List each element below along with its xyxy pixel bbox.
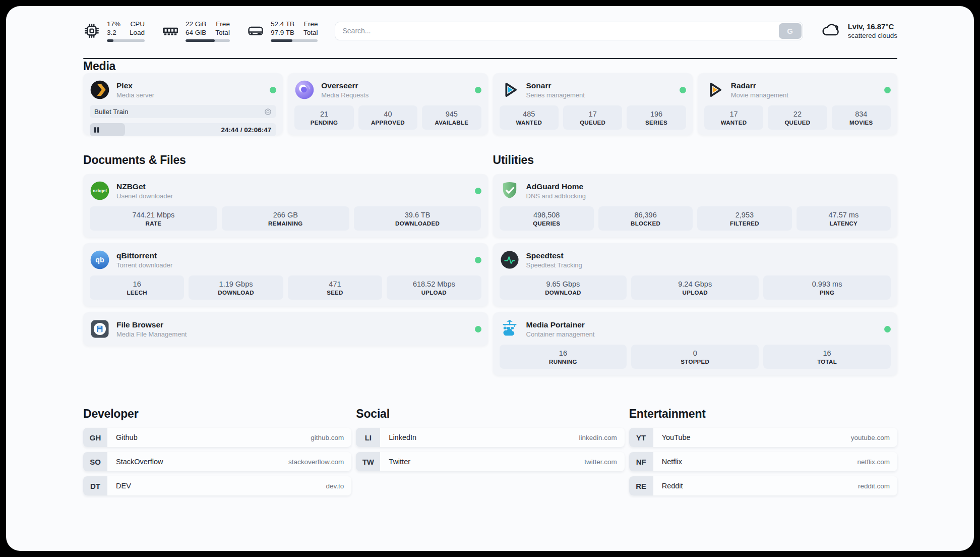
stat-box: 16 LEECH	[90, 275, 184, 300]
app-card-nzbget[interactable]: nzbget NZBGet Usenet downloader 744.21 M…	[83, 174, 488, 237]
stat-box: 945 AVAILABLE	[422, 105, 481, 130]
portainer-icon	[500, 319, 520, 339]
app-card-file-browser[interactable]: File Browser Media File Management	[83, 312, 488, 346]
section-title-utilities: Utilities	[493, 153, 898, 167]
bookmark-badge: YT	[629, 428, 653, 447]
bookmark-url: youtube.com	[851, 434, 890, 441]
section-title-developer: Developer	[83, 407, 351, 421]
stat-box: 9.65 Gbps DOWNLOAD	[500, 275, 627, 300]
bookmark-dev[interactable]: DT DEV dev.to	[83, 476, 351, 495]
app-card-plex[interactable]: Plex Media server Bullet Train 24	[83, 73, 283, 135]
search-box: G	[335, 22, 803, 40]
app-subtitle: Speedtest Tracking	[526, 261, 582, 269]
bookmark-name: Reddit	[662, 482, 683, 490]
app-card-qbittorrent[interactable]: qb qBittorrent Torrent downloader 16 LEE…	[83, 243, 488, 306]
app-name: Radarr	[731, 81, 788, 90]
app-subtitle: Container management	[526, 330, 595, 339]
stat-box: 834 MOVIES	[832, 105, 891, 130]
cpu-load-label: Load	[130, 28, 145, 37]
bookmark-name: YouTube	[662, 433, 691, 441]
stat-box: 16 TOTAL	[763, 345, 891, 369]
playback-progress-bar[interactable]: 24:44 / 02:06:47	[90, 123, 276, 136]
memory-total: 64 GiB	[186, 28, 206, 37]
cloud-icon	[820, 19, 841, 42]
stat-box: 618.52 Mbps UPLOAD	[387, 275, 481, 300]
app-name: File Browser	[116, 320, 187, 329]
memory-widget: 22 GiB 64 GiB Free Total	[162, 20, 230, 42]
bookmark-reddit[interactable]: RE Reddit reddit.com	[629, 476, 897, 495]
memory-free: 22 GiB	[186, 20, 206, 28]
stat-box: 86,396 BLOCKED	[598, 206, 693, 231]
stat-box: 196 SERIES	[627, 105, 686, 130]
app-card-radarr[interactable]: Radarr Movie management 17 WANTED 22 QUE…	[698, 73, 897, 135]
pause-icon[interactable]	[94, 127, 99, 133]
bookmark-url: reddit.com	[858, 482, 890, 490]
bookmark-netflix[interactable]: NF Netflix netflix.com	[629, 452, 897, 471]
section-title-documents: Documents & Files	[83, 153, 488, 167]
svg-text:nzbget: nzbget	[93, 188, 107, 193]
app-name: Media Portainer	[526, 320, 595, 329]
stat-box: 1.19 Gbps DOWNLOAD	[189, 275, 283, 300]
section-title-social: Social	[356, 407, 624, 421]
app-card-sonarr[interactable]: Sonarr Series management 485 WANTED 17 Q…	[493, 73, 693, 135]
nzbget-icon: nzbget	[90, 181, 110, 201]
weather-widget[interactable]: Lviv, 16.87°C scattered clouds	[820, 19, 897, 42]
dashboard-page: 17% 3.2 CPU Load	[6, 6, 974, 551]
bookmark-name: DEV	[116, 482, 131, 490]
entertainment-column: Entertainment YT YouTube youtube.com NF …	[629, 407, 897, 500]
search-engine-button[interactable]: G	[779, 23, 802, 39]
cpu-progress-fill	[107, 39, 113, 42]
app-name: Speedtest	[526, 251, 582, 260]
app-subtitle: Series management	[526, 91, 585, 99]
app-name: qBittorrent	[116, 251, 172, 260]
stat-box: 485 WANTED	[500, 105, 559, 130]
svg-text:qb: qb	[95, 256, 104, 264]
stat-box: 16 RUNNING	[500, 345, 627, 369]
status-dot	[475, 326, 481, 332]
app-subtitle: Movie management	[731, 91, 788, 99]
memory-total-label: Total	[215, 28, 230, 37]
qbittorrent-icon: qb	[90, 250, 110, 270]
bookmark-badge: DT	[83, 476, 107, 495]
status-dot	[884, 326, 891, 332]
section-title-media: Media	[83, 59, 897, 73]
search-input[interactable]	[335, 22, 803, 40]
status-dot	[270, 87, 276, 93]
app-card-media-portainer[interactable]: Media Portainer Container management 16 …	[493, 312, 898, 375]
weather-location-temp: Lviv, 16.87°C	[848, 22, 897, 31]
now-playing-bar: Bullet Train	[90, 105, 276, 118]
social-column: Social LI LinkedIn linkedin.com TW Twitt…	[356, 407, 624, 500]
app-subtitle: Torrent downloader	[116, 261, 172, 269]
weather-condition: scattered clouds	[848, 31, 897, 40]
status-dot	[475, 257, 481, 263]
stat-box: 39.6 TB DOWNLOADED	[354, 206, 481, 231]
bookmark-url: github.com	[311, 434, 344, 441]
bookmark-url: stackoverflow.com	[288, 458, 344, 466]
app-subtitle: Media Requests	[321, 91, 369, 99]
app-card-overseerr[interactable]: Overseerr Media Requests 21 PENDING 40 A…	[288, 73, 487, 135]
plex-icon	[90, 80, 110, 100]
disk-progress-fill	[271, 39, 292, 42]
cpu-widget: 17% 3.2 CPU Load	[83, 20, 145, 42]
bookmark-badge: GH	[83, 428, 107, 447]
app-card-speedtest[interactable]: Speedtest Speedtest Tracking 9.65 Gbps D…	[493, 243, 898, 306]
documents-column: Documents & Files nzbget NZBGet Usenet d…	[83, 153, 488, 381]
bookmark-badge: RE	[629, 476, 653, 495]
playback-time: 24:44 / 02:06:47	[221, 123, 271, 136]
app-card-adguard-home[interactable]: AdGuard Home DNS and adblocking 498,508 …	[493, 174, 898, 237]
bookmark-name: LinkedIn	[389, 433, 416, 441]
overseerr-icon	[294, 80, 315, 100]
stat-box: 40 APPROVED	[358, 105, 417, 130]
disk-total-label: Total	[303, 28, 318, 37]
stat-box: 0.993 ms PING	[763, 275, 891, 300]
bookmark-linkedin[interactable]: LI LinkedIn linkedin.com	[356, 428, 624, 447]
stat-box: 266 GB REMAINING	[222, 206, 349, 231]
bookmark-twitter[interactable]: TW Twitter twitter.com	[356, 452, 624, 471]
bookmark-url: dev.to	[326, 482, 344, 490]
bookmark-youtube[interactable]: YT YouTube youtube.com	[629, 428, 897, 447]
app-name: Plex	[116, 81, 154, 90]
app-name: NZBGet	[116, 182, 173, 191]
bookmark-stackoverflow[interactable]: SO StackOverflow stackoverflow.com	[83, 452, 351, 471]
bookmark-github[interactable]: GH Github github.com	[83, 428, 351, 447]
cpu-chip-icon	[83, 22, 100, 39]
